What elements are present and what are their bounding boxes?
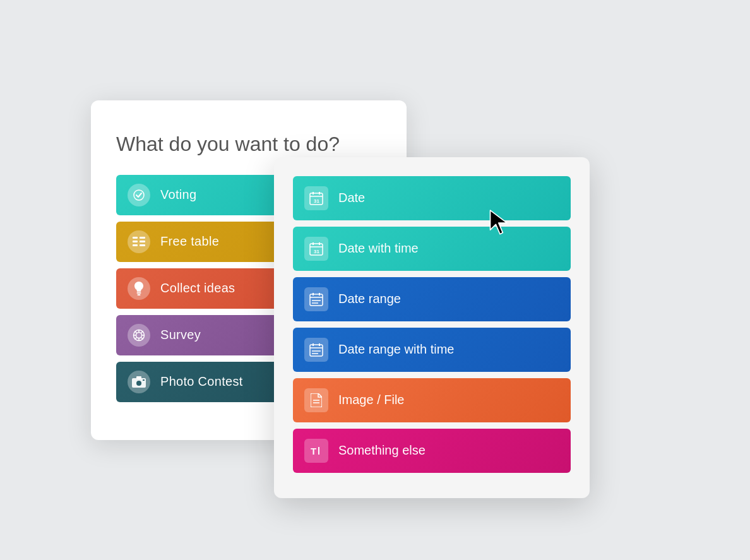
svg-text:31: 31 — [314, 249, 319, 254]
date-range-label: Date range — [338, 292, 401, 306]
date-range-time-icon — [304, 338, 328, 362]
back-card-title: What do you want to do? — [116, 132, 381, 156]
svg-rect-25 — [310, 294, 323, 306]
svg-rect-2 — [140, 237, 145, 239]
svg-rect-4 — [140, 241, 145, 242]
image-file-label: Image / File — [338, 393, 404, 407]
something-else-icon: T — [304, 439, 328, 463]
survey-icon — [128, 324, 150, 347]
svg-point-0 — [134, 190, 144, 200]
voting-icon — [128, 184, 150, 206]
date-range-with-time-label: Date range with time — [338, 342, 454, 357]
photo-contest-label: Photo Contest — [160, 374, 243, 389]
option-image-file[interactable]: Image / File — [293, 378, 571, 422]
option-date[interactable]: 31 Date — [293, 176, 571, 220]
svg-point-10 — [136, 332, 142, 338]
svg-rect-13 — [136, 376, 141, 379]
option-date-range[interactable]: Date range — [293, 277, 571, 321]
option-date-with-time[interactable]: 31 Date with time — [293, 227, 571, 271]
date-range-icon — [304, 287, 328, 311]
image-file-icon — [304, 388, 328, 412]
svg-rect-8 — [138, 294, 141, 295]
option-date-range-with-time[interactable]: Date range with time — [293, 328, 571, 372]
free-table-label: Free table — [160, 234, 219, 249]
date-time-icon: 31 — [304, 237, 328, 261]
svg-rect-14 — [143, 379, 145, 381]
svg-text:31: 31 — [314, 198, 319, 204]
svg-rect-6 — [140, 244, 145, 246]
survey-label: Survey — [160, 328, 201, 342]
svg-rect-3 — [133, 241, 138, 242]
svg-rect-31 — [310, 345, 323, 356]
free-table-icon — [128, 230, 150, 253]
svg-text:T: T — [311, 446, 316, 456]
option-something-else[interactable]: T Something else — [293, 429, 571, 473]
svg-rect-1 — [133, 237, 138, 239]
date-icon: 31 — [304, 186, 328, 210]
photo-contest-icon — [128, 371, 150, 393]
scene: What do you want to do? Voting — [91, 75, 659, 486]
something-else-label: Something else — [338, 443, 426, 458]
collect-ideas-icon — [128, 277, 150, 300]
voting-label: Voting — [160, 188, 196, 202]
svg-point-12 — [136, 381, 141, 386]
collect-ideas-label: Collect ideas — [160, 281, 235, 295]
date-label: Date — [338, 191, 365, 205]
svg-rect-5 — [133, 244, 138, 246]
date-with-time-label: Date with time — [338, 241, 419, 256]
svg-rect-7 — [137, 292, 141, 294]
front-card: 31 Date 31 Date with time — [274, 157, 590, 498]
